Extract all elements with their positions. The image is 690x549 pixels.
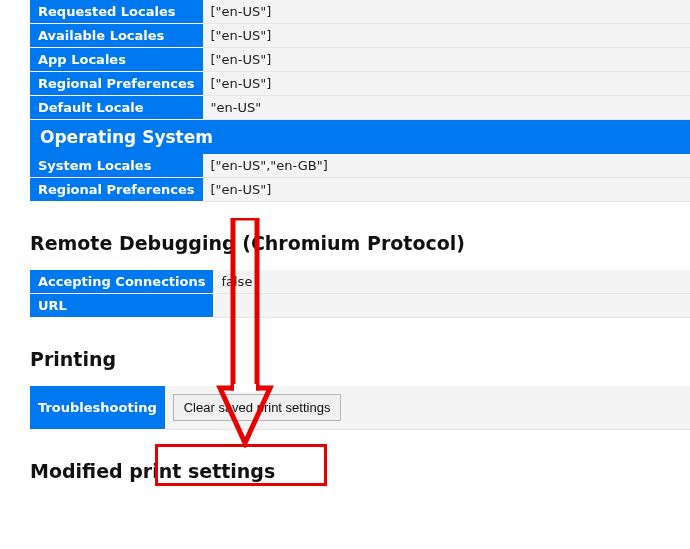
row-value-accepting-connections: false xyxy=(213,270,690,294)
row-value-regional-preferences: ["en-US"] xyxy=(203,72,690,96)
row-label-troubleshooting: Troubleshooting xyxy=(30,386,165,430)
section-header-printing: Printing xyxy=(30,348,690,370)
row-label-default-locale: Default Locale xyxy=(30,96,203,120)
row-value-available-locales: ["en-US"] xyxy=(203,24,690,48)
row-value-os-regional-preferences: ["en-US"] xyxy=(203,178,690,202)
row-value-url xyxy=(213,294,690,318)
section-header-remote-debugging: Remote Debugging (Chromium Protocol) xyxy=(30,232,690,254)
row-value-requested-locales: ["en-US"] xyxy=(203,0,690,24)
row-value-app-locales: ["en-US"] xyxy=(203,48,690,72)
section-header-os: Operating System xyxy=(30,120,690,155)
row-label-requested-locales: Requested Locales xyxy=(30,0,203,24)
row-label-regional-preferences: Regional Preferences xyxy=(30,72,203,96)
row-label-available-locales: Available Locales xyxy=(30,24,203,48)
clear-saved-print-settings-button[interactable]: Clear saved print settings xyxy=(173,394,342,421)
row-label-system-locales: System Locales xyxy=(30,154,203,178)
row-value-default-locale: "en-US" xyxy=(203,96,690,120)
printing-table: Troubleshooting Clear saved print settin… xyxy=(30,386,690,430)
row-label-accepting-connections: Accepting Connections xyxy=(30,270,213,294)
remote-debugging-table: Accepting Connections false URL xyxy=(30,270,690,318)
row-value-system-locales: ["en-US","en-GB"] xyxy=(203,154,690,178)
row-label-url: URL xyxy=(30,294,213,318)
row-label-os-regional-preferences: Regional Preferences xyxy=(30,178,203,202)
section-header-modified-print-settings: Modified print settings xyxy=(30,460,690,482)
locale-table: Requested Locales ["en-US"] Available Lo… xyxy=(30,0,690,202)
row-label-app-locales: App Locales xyxy=(30,48,203,72)
